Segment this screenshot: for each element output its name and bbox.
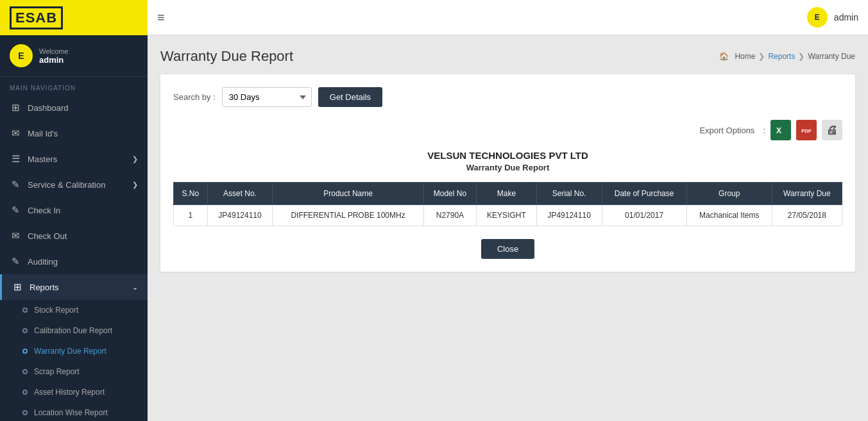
sidebar-item-stock-report[interactable]: Stock Report [0, 300, 148, 320]
table-body: 1JP49124110DIFFERENTIAL PROBE 100MHzN279… [174, 205, 842, 226]
sidebar-item-label: Reports [30, 283, 132, 292]
sidebar-logo: ESAB [0, 0, 148, 35]
table-header: S.No Asset No. Product Name Model No Mak… [174, 183, 842, 205]
sub-dot-icon [22, 390, 28, 395]
topbar: ≡ E admin [148, 0, 868, 35]
company-name: VELSUN TECHNOLOGIES PVT LTD [173, 150, 842, 161]
auditing-icon: ✎ [10, 256, 21, 267]
nav-section-label: MAIN NAVIGATION [0, 77, 148, 95]
sidebar: ESAB E Welcome admin MAIN NAVIGATION ⊞ D… [0, 0, 148, 421]
sub-item-label: Asset History Report [34, 388, 105, 397]
col-serial-no: Serial No. [536, 183, 602, 205]
sub-item-label: Warranty Due Report [34, 347, 106, 356]
sidebar-item-label: Check Out [28, 231, 138, 241]
col-sno: S.No [174, 183, 208, 205]
export-pdf-button[interactable]: PDF [796, 120, 817, 140]
sidebar-user: E Welcome admin [0, 35, 148, 77]
logo-text: ESAB [10, 6, 63, 29]
sidebar-item-warranty-due-report[interactable]: Warranty Due Report [0, 341, 148, 361]
breadcrumb-separator: ❯ [798, 52, 804, 61]
breadcrumb-home[interactable]: Home [735, 52, 755, 61]
chevron-right-icon: ❯ [132, 155, 138, 163]
col-model-no: Model No [423, 183, 476, 205]
report-card: Search by : 30 Days 60 Days 90 Days 6 Mo… [160, 74, 855, 272]
sidebar-item-label: Dashboard [28, 103, 138, 113]
user-info: Welcome admin [39, 47, 69, 65]
sub-dot-icon [22, 349, 28, 354]
main-area: ≡ E admin Warranty Due Report 🏠 Home ❯ R… [148, 0, 868, 421]
sub-item-label: Scrap Report [34, 367, 80, 376]
sidebar-item-check-in[interactable]: ✎ Check In [0, 197, 148, 223]
reports-icon: ⊞ [12, 281, 23, 293]
report-table: S.No Asset No. Product Name Model No Mak… [173, 182, 842, 226]
export-options-label: Export Options [699, 126, 754, 135]
print-icon: 🖨 [826, 124, 838, 137]
avatar: E [807, 7, 828, 28]
masters-icon: ☰ [10, 153, 21, 165]
export-row: Export Options : X PDF 🖨 [173, 120, 842, 140]
sidebar-item-label: Mail Id's [28, 129, 138, 138]
search-label: Search by : [173, 92, 216, 102]
sidebar-item-dashboard[interactable]: ⊞ Dashboard [0, 95, 148, 120]
sidebar-item-location-wise-report[interactable]: Location Wise Report [0, 402, 148, 421]
dashboard-icon: ⊞ [10, 102, 21, 113]
chevron-right-icon: ❯ [132, 181, 138, 189]
col-asset-no: Asset No. [207, 183, 273, 205]
hamburger-menu-icon[interactable]: ≡ [157, 10, 165, 25]
sub-dot-icon [22, 369, 28, 374]
col-date-of-purchase: Date of Purchase [602, 183, 686, 205]
close-button[interactable]: Close [481, 239, 534, 259]
excel-icon: X [775, 124, 787, 136]
close-row: Close [173, 239, 842, 259]
col-product-name: Product Name [273, 183, 423, 205]
avatar: E [10, 44, 33, 67]
search-row: Search by : 30 Days 60 Days 90 Days 6 Mo… [173, 87, 842, 107]
sidebar-item-asset-history-report[interactable]: Asset History Report [0, 382, 148, 402]
cell-sno: 1 [174, 205, 208, 226]
topbar-right: E admin [807, 7, 858, 28]
table-header-row: S.No Asset No. Product Name Model No Mak… [174, 183, 842, 205]
cell-asset-no: JP49124110 [207, 205, 273, 226]
chevron-down-icon: ⌄ [132, 283, 138, 292]
cell-group[interactable]: Machanical Items [686, 205, 772, 226]
page-title: Warranty Due Report [160, 48, 293, 65]
sidebar-item-auditing[interactable]: ✎ Auditing [0, 249, 148, 274]
sidebar-item-calibration-due-report[interactable]: Calibration Due Report [0, 320, 148, 341]
export-excel-button[interactable]: X [770, 120, 791, 140]
breadcrumb-separator: ❯ [758, 52, 765, 61]
breadcrumb-current: Warranty Due [808, 52, 855, 61]
svg-text:X: X [776, 126, 781, 135]
content-area: Warranty Due Report 🏠 Home ❯ Reports ❯ W… [148, 35, 868, 421]
col-make: Make [477, 183, 537, 205]
sub-item-label: Location Wise Report [34, 408, 108, 417]
sub-dot-icon [22, 410, 28, 415]
export-colon: : [763, 126, 765, 135]
cell-make: KEYSIGHT [477, 205, 537, 226]
username-label: admin [39, 55, 69, 65]
sidebar-item-label: Check In [28, 206, 138, 215]
get-details-button[interactable]: Get Details [318, 87, 382, 107]
sub-item-label: Calibration Due Report [34, 326, 112, 335]
cell-product-name[interactable]: DIFFERENTIAL PROBE 100MHz [273, 205, 423, 226]
breadcrumb-reports[interactable]: Reports [768, 52, 795, 61]
sidebar-item-reports[interactable]: ⊞ Reports ⌄ [0, 274, 148, 300]
sub-dot-icon [22, 328, 28, 333]
search-select[interactable]: 30 Days 60 Days 90 Days 6 Months 1 Year [222, 87, 312, 107]
topbar-username: admin [834, 12, 858, 22]
sidebar-item-check-out[interactable]: ✉ Check Out [0, 223, 148, 249]
sidebar-item-service-calibration[interactable]: ✎ Service & Calibration ❯ [0, 172, 148, 197]
table-row: 1JP49124110DIFFERENTIAL PROBE 100MHzN279… [174, 205, 842, 226]
cell-date-of-purchase: 01/01/2017 [602, 205, 686, 226]
sidebar-item-label: Masters [28, 154, 132, 164]
sub-item-label: Stock Report [34, 306, 78, 315]
print-button[interactable]: 🖨 [822, 120, 842, 140]
col-warranty-due: Warranty Due [772, 183, 842, 205]
sidebar-item-mail-ids[interactable]: ✉ Mail Id's [0, 120, 148, 146]
sidebar-item-masters[interactable]: ☰ Masters ❯ [0, 146, 148, 172]
report-subtitle: Warranty Due Report [173, 163, 842, 172]
cell-model-no: N2790A [423, 205, 476, 226]
company-header: VELSUN TECHNOLOGIES PVT LTD Warranty Due… [173, 150, 842, 172]
col-group: Group [686, 183, 772, 205]
cell-serial-no: JP49124110 [536, 205, 602, 226]
sidebar-item-scrap-report[interactable]: Scrap Report [0, 361, 148, 382]
